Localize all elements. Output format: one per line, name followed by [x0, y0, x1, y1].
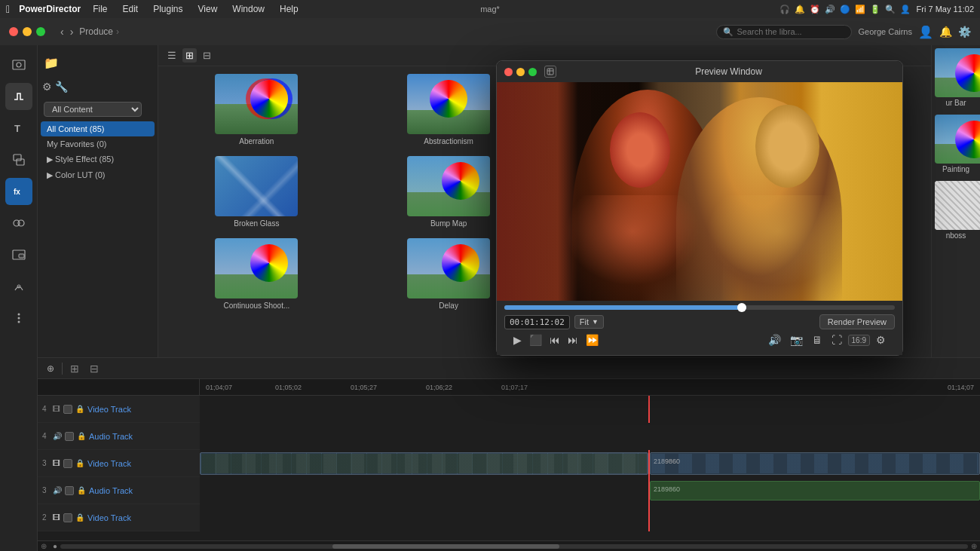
fx-item-broken-glass[interactable]: Broken Glass [163, 153, 351, 231]
view-list-btn[interactable]: ☰ [164, 48, 179, 63]
menu-file[interactable]: File [90, 4, 110, 14]
playhead [648, 396, 650, 423]
view-large-btn[interactable]: ⊟ [200, 48, 214, 63]
play-btn[interactable]: ▶ [510, 332, 525, 347]
timeline-add-track[interactable]: ⊕ [44, 362, 57, 375]
preview-timeline-slider[interactable] [504, 305, 895, 310]
track-checkbox-4a[interactable] [65, 432, 74, 441]
fx-label-emboss: nboss [935, 231, 977, 240]
svg-point-1 [17, 63, 21, 67]
track-checkbox-2v[interactable] [63, 513, 72, 522]
library-search-input[interactable] [737, 27, 845, 36]
svg-text:T: T [14, 123, 20, 134]
maximize-button[interactable] [36, 27, 45, 36]
track-checkbox-3v[interactable] [63, 459, 72, 468]
ruler-mark-2: 01;05;02 [275, 384, 302, 391]
svg-point-13 [17, 321, 20, 323]
timeline-area: ⊕ ⊞ ⊟ 01;04;07 01;05;02 01;05;27 01;06;2… [38, 358, 980, 551]
preview-min-btn[interactable] [516, 68, 525, 76]
menu-edit[interactable]: Edit [120, 4, 142, 14]
track-name-3-audio[interactable]: Audio Track [89, 486, 133, 495]
menu-view[interactable]: View [195, 4, 221, 14]
prev-frame-btn[interactable]: ⏮ [547, 332, 563, 347]
track-lock-icon-3v[interactable]: 🔒 [75, 459, 84, 467]
track-lock-icon-3a[interactable]: 🔒 [77, 486, 86, 494]
timeline-scrollbar[interactable] [60, 544, 968, 549]
status-icon-1: 🎧 [779, 5, 790, 14]
sidebar-item-motion[interactable] [5, 273, 32, 300]
nav-style-effect[interactable]: ▶ Style Effect (85) [41, 152, 155, 167]
search-menubar-icon[interactable]: 🔍 [885, 5, 896, 14]
sidebar-item-more[interactable] [5, 305, 32, 332]
audio-preview-btn[interactable]: 🔊 [765, 332, 784, 347]
playhead-3v [648, 450, 650, 477]
sidebar-item-transition[interactable] [5, 210, 32, 237]
nav-back[interactable]: ‹ [60, 26, 64, 38]
stop-btn[interactable]: ⬛ [526, 332, 545, 347]
track-name-3-video[interactable]: Video Track [87, 459, 131, 468]
preview-max-btn[interactable] [528, 68, 537, 76]
close-button[interactable] [9, 27, 18, 36]
view-grid-btn[interactable]: ⊞ [182, 48, 197, 63]
external-preview-btn[interactable]: 🖥 [809, 332, 825, 347]
playhead-2v [648, 504, 650, 531]
fx-item-aberration[interactable]: Aberration [163, 71, 351, 148]
sidebar-item-media[interactable] [5, 51, 32, 78]
track-checkbox-3a[interactable] [65, 486, 74, 495]
track-lock-icon-2v[interactable]: 🔒 [75, 513, 84, 522]
settings-icon[interactable]: ⚙️ [958, 26, 971, 38]
fx-label-painting-right: Painting [935, 165, 977, 173]
track-lock-icon[interactable]: 🔒 [75, 405, 84, 413]
menubar:  PowerDirector File Edit Plugins View W… [0, 0, 980, 18]
track-name-4-video[interactable]: Video Track [87, 405, 131, 414]
sidebar-item-audio[interactable] [5, 83, 32, 110]
menu-help[interactable]: Help [277, 4, 302, 14]
preview-expand-btn[interactable] [544, 66, 556, 78]
timeline-zoom-in[interactable]: ⊞ [67, 361, 82, 376]
render-preview-button[interactable]: Render Preview [819, 314, 895, 329]
next-frame-btn[interactable]: ⏭ [565, 332, 581, 347]
scroll-add-icon[interactable]: ● [53, 542, 57, 550]
track-checkbox[interactable] [63, 405, 72, 414]
nav-forward[interactable]: › [70, 26, 74, 38]
menu-window[interactable]: Window [229, 4, 268, 14]
filter-icon-2[interactable]: 🔧 [55, 81, 68, 93]
user-icon[interactable]: 👤 [900, 5, 911, 14]
nav-my-favorites[interactable]: My Favorites (0) [41, 136, 155, 152]
video-track-icon-2: 🎞 [53, 513, 60, 522]
fx-thumb-painting-right [935, 115, 980, 164]
user-avatar[interactable]: 👤 [918, 25, 933, 39]
ratio-settings-btn[interactable]: ⚙ [873, 332, 889, 347]
preview-video-display [497, 82, 902, 301]
scroll-left-icon[interactable]: ⊕ [41, 542, 47, 550]
content-filter-dropdown[interactable]: All Content [44, 102, 142, 117]
minimize-button[interactable] [23, 27, 32, 36]
notifications-icon[interactable]: 🔔 [939, 26, 952, 38]
track-name-2-video[interactable]: Video Track [87, 513, 131, 522]
snapshot-btn[interactable]: 📷 [787, 332, 806, 347]
upload-icon[interactable]: 📁 [44, 56, 59, 70]
timeline-zoom-out[interactable]: ⊟ [87, 361, 102, 376]
dropdown-chevron: ▼ [592, 318, 599, 326]
track-lock-icon-4a[interactable]: 🔒 [77, 432, 86, 440]
fast-forward-btn[interactable]: ⏩ [583, 332, 602, 347]
preview-close-btn[interactable] [504, 68, 513, 76]
nav-color-lut[interactable]: ▶ Color LUT (0) [41, 167, 155, 183]
fx-item-continuous[interactable]: Continuous Shoot... [163, 235, 351, 313]
sidebar-item-text[interactable]: T [5, 115, 32, 142]
nav-all-content[interactable]: All Content (85) [41, 121, 155, 136]
sidebar-item-overlay[interactable] [5, 146, 32, 173]
menu-plugins[interactable]: Plugins [150, 4, 185, 14]
ruler-mark-5: 01;07;17 [501, 384, 528, 391]
sidebar-item-fx[interactable]: fx [5, 178, 32, 205]
fullscreen-btn[interactable]: ⛶ [828, 332, 845, 347]
left-sidebar: T fx [0, 45, 38, 551]
svg-point-12 [17, 317, 20, 320]
track-name-4-audio[interactable]: Audio Track [89, 432, 133, 441]
apple-icon[interactable]:  [6, 3, 10, 15]
preview-fit-dropdown[interactable]: Fit ▼ [574, 315, 604, 329]
sidebar-item-pip[interactable] [5, 241, 32, 268]
filter-icon-1[interactable]: ⚙ [42, 81, 52, 93]
app-name: PowerDirector [19, 4, 81, 14]
scroll-right-icon[interactable]: ⊕ [971, 542, 977, 550]
